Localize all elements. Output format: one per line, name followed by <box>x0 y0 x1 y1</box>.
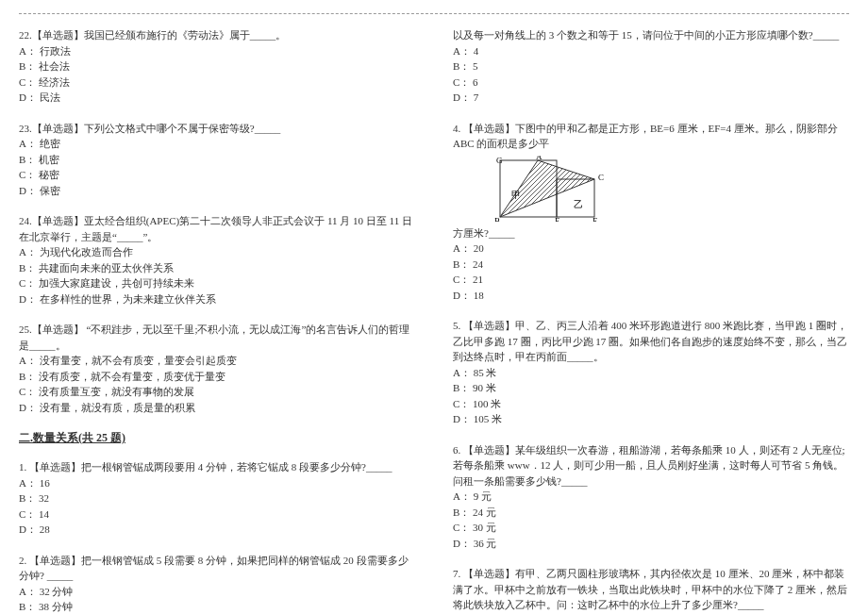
option-d: D： 28 <box>19 522 415 538</box>
option-a: A： 为现代化改造而合作 <box>19 244 415 260</box>
option-a: A： 绝密 <box>19 136 415 152</box>
geometry-svg: G A C B E F 甲 乙 <box>491 156 632 222</box>
geometry-figure: G A C B E F 甲 乙 <box>491 156 849 222</box>
option-d: D： 没有量，就没有质，质是量的积累 <box>19 400 415 416</box>
option-b: B： 社会法 <box>19 58 415 75</box>
option-b: B： 32 <box>19 490 415 506</box>
option-a: A： 没有量变，就不会有质变，量变会引起质变 <box>19 353 415 369</box>
question-b7: 7. 【单选题】有甲、乙两只圆柱形玻璃杯，其内径依次是 10 厘米、20 厘米，… <box>453 566 849 614</box>
label-b: B <box>494 216 500 222</box>
question-b2: 2. 【单选题】把一根钢管锯成 5 段需要 8 分钟，如果把同样的钢管锯成 20… <box>19 553 415 615</box>
option-d: D： 在多样性的世界，为未来建立伙伴关系 <box>19 291 415 307</box>
question-stem: 23.【单选题】下列公文格式中哪个不属于保密等级?_____ <box>19 121 415 137</box>
option-a: A： 4 <box>453 43 849 59</box>
option-d: D： 18 <box>453 288 849 304</box>
question-stem: 22.【单选题】我国已经颁布施行的《劳动法》属于_____。 <box>19 27 415 43</box>
option-b: B： 24 <box>453 257 849 273</box>
question-stem: 2. 【单选题】把一根钢管锯成 5 段需要 8 分钟，如果把同样的钢管锯成 20… <box>19 553 415 584</box>
option-c: C： 加强大家庭建设，共创可持续未来 <box>19 275 415 291</box>
option-b: B： 机密 <box>19 152 415 168</box>
label-c: C <box>598 173 604 182</box>
option-d: D： 105 米 <box>453 411 849 427</box>
option-d: D： 民法 <box>19 90 415 106</box>
option-b: B： 没有质变，就不会有量变，质变优于量变 <box>19 369 415 385</box>
section-title: 二.数量关系(共 25 题) <box>19 430 415 446</box>
option-b: B： 90 米 <box>453 380 849 396</box>
question-24: 24.【单选题】亚太经合组织(APEC)第二十二次领导人非正式会议于 11 月 … <box>19 213 415 307</box>
option-b: B： 共建面向未来的亚太伙伴关系 <box>19 260 415 276</box>
option-c: C： 没有质量互变，就没有事物的发展 <box>19 384 415 400</box>
option-a: A： 行政法 <box>19 43 415 59</box>
question-stem: 以及每一对角线上的 3 个数之和等于 15，请问位于中间的小正方形应填哪个数?_… <box>453 27 849 43</box>
option-b: B： 38 分钟 <box>19 599 415 614</box>
option-a: A： 85 米 <box>453 365 849 381</box>
header-divider <box>19 13 849 14</box>
option-c: C： 21 <box>453 272 849 288</box>
option-c: C： 100 米 <box>453 396 849 412</box>
label-jia: 甲 <box>511 190 521 200</box>
question-stem: 6. 【单选题】某年级组织一次春游，租船游湖，若每条船乘 10 人，则还有 2 … <box>453 442 849 490</box>
option-c: C： 6 <box>453 75 849 91</box>
question-22: 22.【单选题】我国已经颁布施行的《劳动法》属于_____。 A： 行政法 B：… <box>19 27 415 106</box>
option-a: A： 32 分钟 <box>19 584 415 600</box>
option-a: A： 9 元 <box>453 489 849 505</box>
question-stem: 1. 【单选题】把一根钢管锯成两段要用 4 分钟，若将它锯成 8 段要多少分钟?… <box>19 459 415 475</box>
option-c: C： 30 元 <box>453 520 849 536</box>
question-25: 25.【单选题】 “不积跬步，无以至千里;不积小流，无以成江海”的名言告诉人们的… <box>19 322 415 415</box>
label-f: F <box>593 216 597 222</box>
question-stem: 25.【单选题】 “不积跬步，无以至千里;不积小流，无以成江海”的名言告诉人们的… <box>19 322 415 353</box>
option-a: A： 20 <box>453 241 849 257</box>
question-b4: 4. 【单选题】下图中的甲和乙都是正方形，BE=6 厘米，EF=4 厘米。那么，… <box>453 121 849 304</box>
question-b3-cont: 以及每一对角线上的 3 个数之和等于 15，请问位于中间的小正方形应填哪个数?_… <box>453 27 849 106</box>
page-columns: 22.【单选题】我国已经颁布施行的《劳动法》属于_____。 A： 行政法 B：… <box>19 27 849 614</box>
question-23: 23.【单选题】下列公文格式中哪个不属于保密等级?_____ A： 绝密 B： … <box>19 121 415 199</box>
right-column: 以及每一对角线上的 3 个数之和等于 15，请问位于中间的小正方形应填哪个数?_… <box>453 27 849 614</box>
question-stem: 24.【单选题】亚太经合组织(APEC)第二十二次领导人非正式会议于 11 月 … <box>19 213 415 244</box>
question-stem-cont: 方厘米?_____ <box>453 225 849 241</box>
label-g: G <box>496 156 503 165</box>
question-b5: 5. 【单选题】甲、乙、丙三人沿着 400 米环形跑道进行 800 米跑比赛，当… <box>453 318 849 427</box>
question-stem: 7. 【单选题】有甲、乙两只圆柱形玻璃杯，其内径依次是 10 厘米、20 厘米，… <box>453 566 849 613</box>
left-column: 22.【单选题】我国已经颁布施行的《劳动法》属于_____。 A： 行政法 B：… <box>19 27 415 614</box>
question-b1: 1. 【单选题】把一根钢管锯成两段要用 4 分钟，若将它锯成 8 段要多少分钟?… <box>19 459 415 538</box>
label-a: A <box>536 156 542 161</box>
option-b: B： 5 <box>453 58 849 75</box>
option-d: D： 保密 <box>19 183 415 199</box>
option-b: B： 24 元 <box>453 505 849 521</box>
option-c: C： 秘密 <box>19 167 415 183</box>
question-stem: 4. 【单选题】下图中的甲和乙都是正方形，BE=6 厘米，EF=4 厘米。那么，… <box>453 121 849 152</box>
option-a: A： 16 <box>19 475 415 491</box>
option-d: D： 36 元 <box>453 536 849 552</box>
option-d: D： 7 <box>453 90 849 106</box>
label-yi: 乙 <box>574 199 583 209</box>
question-b6: 6. 【单选题】某年级组织一次春游，租船游湖，若每条船乘 10 人，则还有 2 … <box>453 442 849 552</box>
option-c: C： 经济法 <box>19 75 415 91</box>
option-c: C： 14 <box>19 506 415 523</box>
label-e: E <box>555 216 560 222</box>
question-stem: 5. 【单选题】甲、乙、丙三人沿着 400 米环形跑道进行 800 米跑比赛，当… <box>453 318 849 365</box>
